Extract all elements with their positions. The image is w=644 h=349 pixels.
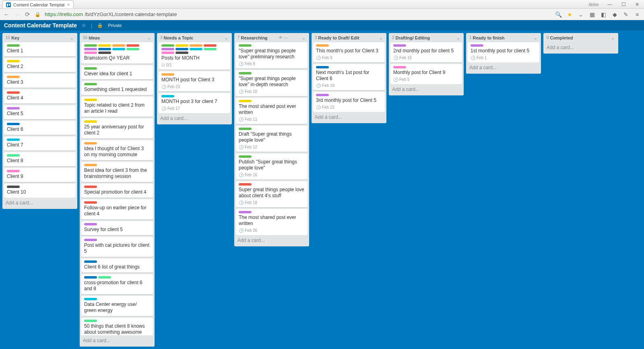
back-button[interactable]: ← [3, 11, 10, 18]
search-icon[interactable]: 🔍 [555, 11, 562, 18]
label-black[interactable] [98, 52, 111, 54]
label-red[interactable] [84, 201, 97, 204]
label-lime[interactable] [7, 154, 20, 157]
card[interactable]: Next month's 1st post for Client 6🕒Feb 1… [313, 64, 385, 90]
label-purple[interactable] [239, 211, 252, 213]
card[interactable]: Client 6 list of great things [81, 258, 153, 273]
extension-icon-3[interactable]: ◆ [611, 11, 618, 18]
list-menu-icon[interactable]: ⌄ [456, 35, 460, 41]
label-purple[interactable] [84, 239, 97, 241]
label-orange[interactable] [7, 76, 20, 78]
list-name[interactable]: Researching [241, 35, 268, 40]
add-card-button[interactable]: Add a card... [234, 235, 309, 246]
card[interactable]: The most shared post ever written🕒Feb 11 [236, 98, 308, 124]
label-red[interactable] [204, 44, 217, 47]
card[interactable]: Publish "Super great things people love"… [236, 153, 308, 180]
label-lime[interactable] [84, 320, 97, 322]
card[interactable]: "Super great things people love" in-dept… [236, 70, 308, 96]
add-card-button[interactable]: Add a card... [389, 84, 464, 95]
card[interactable]: 25 year anniversary post for client 2 [81, 118, 153, 138]
card[interactable]: Survey for client 5 [81, 221, 153, 235]
card[interactable]: Client 10 [4, 184, 76, 198]
label-sky[interactable] [190, 48, 202, 50]
list-menu-icon[interactable]: ⌄ [70, 35, 74, 41]
card[interactable]: Brainstorm Q# YEAR [81, 42, 153, 64]
label-orange[interactable] [84, 142, 97, 145]
card[interactable]: Post with cat pictures for client 5 [81, 237, 153, 257]
star-board-icon[interactable]: ☆ [82, 23, 86, 28]
label-blue[interactable] [84, 260, 97, 263]
card[interactable]: cross-promotion for client 6 and 8 [81, 274, 153, 294]
card[interactable]: Client 2 [4, 58, 76, 72]
list-menu-icon[interactable]: ⌄ [533, 35, 538, 41]
list-header[interactable]: 3Ready to Draft/ Edit⌄ [312, 33, 386, 42]
label-red[interactable] [84, 186, 97, 188]
card[interactable]: Super great things people love about cli… [236, 181, 308, 207]
list-menu-icon[interactable]: ⌄ [301, 35, 306, 41]
maximize-button[interactable]: ☐ [617, 0, 630, 9]
list-name[interactable]: Completed [550, 35, 573, 40]
card[interactable]: The most shared post ever written🕒Feb 26 [236, 209, 308, 235]
address-bar[interactable]: https://trello.com/b/dYzGorXL/content-ca… [45, 11, 551, 17]
list-name[interactable]: Ready to finish [473, 35, 505, 40]
list-name[interactable]: Needs a Topic [164, 35, 194, 40]
label-orange[interactable] [190, 44, 202, 47]
label-purple[interactable] [84, 48, 97, 50]
label-black[interactable] [7, 186, 20, 188]
list-header[interactable]: 10Key⌄ [2, 33, 77, 42]
extension-icon-1[interactable]: ▦ [588, 11, 596, 18]
label-black[interactable] [175, 52, 188, 54]
list-menu-icon[interactable]: ⌄ [224, 35, 229, 41]
add-card-button[interactable]: Add a card... [2, 198, 77, 209]
card[interactable]: "Super great things people love" prelimi… [236, 42, 308, 68]
label-green[interactable] [84, 83, 97, 85]
list-header[interactable]: 1Ready to finish⌄ [466, 33, 541, 42]
label-sky[interactable] [161, 95, 174, 97]
card[interactable]: Posts for MONTH☑0/1 [159, 42, 230, 70]
card[interactable]: Client 9 [4, 168, 76, 182]
label-blue[interactable] [7, 123, 20, 125]
label-pink[interactable] [7, 170, 20, 172]
card[interactable]: Idea I thought of for Client 3 on my mor… [81, 140, 153, 160]
card[interactable]: Client 4 [4, 89, 76, 103]
label-yellow[interactable] [98, 44, 111, 47]
add-card-button[interactable]: Add a card... [80, 335, 155, 347]
card[interactable]: Topic related to client 2 from an articl… [81, 97, 153, 117]
label-blue[interactable] [84, 276, 97, 279]
label-green[interactable] [239, 72, 252, 74]
menu-icon[interactable]: ≡ [634, 11, 641, 18]
label-green[interactable] [7, 44, 20, 47]
list-header[interactable]: 3Needs a Topic⌄ [157, 33, 232, 42]
label-lime[interactable] [204, 48, 217, 50]
label-blue[interactable] [316, 66, 329, 68]
list-header[interactable]: 7Researching👁—⌄ [234, 33, 309, 42]
minimize-button[interactable]: — [603, 0, 617, 9]
add-card-button[interactable]: Add a card... [312, 112, 386, 123]
close-tab-icon[interactable]: × [67, 2, 70, 8]
list-name[interactable]: Ready to Draft/ Edit [318, 35, 359, 40]
label-pink[interactable] [161, 52, 174, 54]
label-purple[interactable] [7, 107, 20, 109]
label-red[interactable] [126, 44, 139, 47]
reload-button[interactable]: ⟳ [24, 11, 31, 18]
bookmark-star-icon[interactable]: ★ [566, 11, 573, 18]
label-green[interactable] [84, 44, 97, 47]
label-orange[interactable] [84, 164, 97, 166]
label-lime[interactable] [98, 276, 111, 279]
close-window-button[interactable]: ✕ [630, 0, 644, 9]
list-menu-icon[interactable]: ⌄ [379, 35, 383, 41]
card[interactable]: 50 things that client 8 knows about some… [81, 318, 153, 335]
card[interactable]: MONTH post 3 for client 7🕒Feb 17 [159, 93, 230, 113]
card[interactable]: Best idea for client 3 from the brainsto… [81, 162, 153, 182]
list-menu-icon[interactable]: ⌄ [611, 35, 615, 41]
label-purple[interactable] [471, 44, 483, 47]
board-title[interactable]: Content Calendar Template [4, 22, 77, 29]
label-purple[interactable] [161, 48, 174, 50]
label-green[interactable] [161, 44, 174, 47]
card[interactable]: Client 6 [4, 121, 76, 135]
label-sky[interactable] [112, 48, 125, 50]
list-header[interactable]: 2Drafting/ Editing⌄ [389, 33, 464, 42]
label-green[interactable] [239, 44, 252, 47]
browser-tab[interactable]: Content Calendar Templat × [2, 0, 74, 8]
label-red[interactable] [239, 183, 252, 186]
